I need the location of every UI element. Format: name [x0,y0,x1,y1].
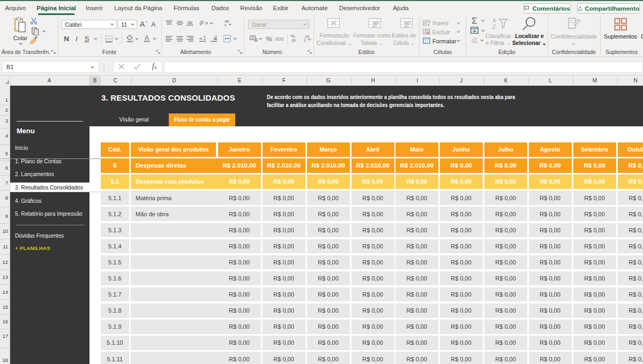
svg-text:.00: .00 [291,39,296,42]
svg-text:ab: ab [199,19,205,26]
svg-text:A: A [492,18,496,24]
svg-text:0: 0 [304,39,306,42]
svg-text:Z: Z [492,24,496,30]
svg-text:c: c [225,22,227,27]
svg-text:A: A [145,34,149,42]
